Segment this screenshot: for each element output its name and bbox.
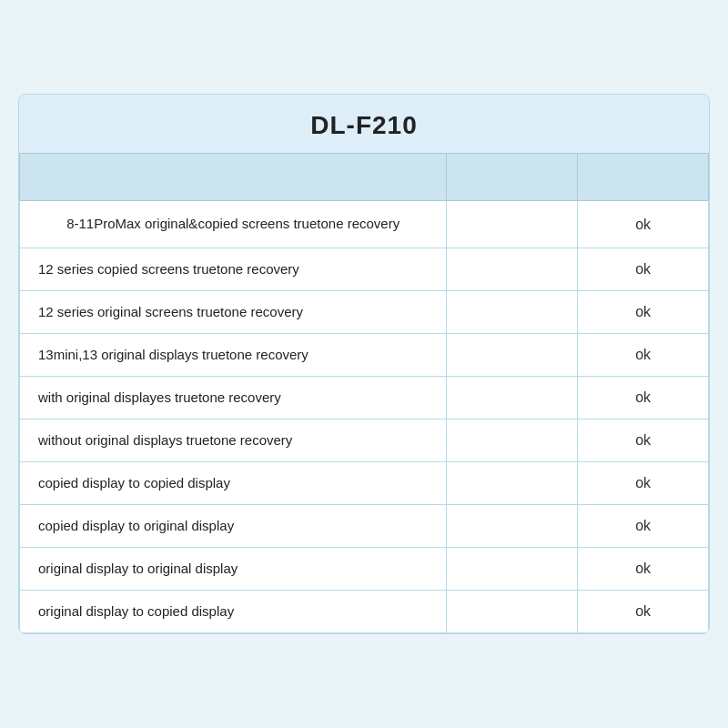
- ok-cell: ok: [578, 248, 709, 290]
- col2-cell: [447, 419, 578, 461]
- table-row: original display to copied displayok: [20, 590, 709, 632]
- ok-cell: ok: [578, 376, 709, 419]
- features-table: 8-11ProMax original&copied screens truet…: [19, 153, 709, 633]
- col2-cell: [447, 504, 578, 547]
- table-header-row: [20, 154, 709, 201]
- col2-cell: [447, 376, 578, 419]
- col2-header: [447, 154, 578, 201]
- ok-label: ok: [635, 475, 651, 490]
- feature-cell: original display to copied display: [20, 590, 447, 632]
- ok-label: ok: [635, 561, 651, 576]
- col-feature-header: [20, 154, 447, 201]
- title-row: DL-F210: [19, 95, 709, 153]
- col3-header: [578, 154, 709, 201]
- ok-cell: ok: [578, 461, 709, 504]
- ok-label: ok: [635, 347, 651, 362]
- page-title: DL-F210: [310, 111, 417, 139]
- feature-cell: copied display to copied display: [20, 461, 447, 504]
- table-row: without original displays truetone recov…: [20, 419, 709, 461]
- table-row: with original displayes truetone recover…: [20, 376, 709, 419]
- col2-cell: [447, 290, 578, 333]
- col2-cell: [447, 333, 578, 376]
- table-row: 12 series original screens truetone reco…: [20, 290, 709, 333]
- feature-cell: 12 series copied screens truetone recove…: [20, 248, 447, 290]
- col2-cell: [447, 547, 578, 590]
- col2-cell: [447, 248, 578, 290]
- table-row: 13mini,13 original displays truetone rec…: [20, 333, 709, 376]
- ok-cell: ok: [578, 590, 709, 632]
- ok-cell: ok: [578, 290, 709, 333]
- ok-cell: ok: [578, 419, 709, 461]
- feature-cell: 12 series original screens truetone reco…: [20, 290, 447, 333]
- col2-cell: [447, 590, 578, 632]
- ok-cell: ok: [578, 333, 709, 376]
- table-row: 12 series copied screens truetone recove…: [20, 248, 709, 290]
- ok-label: ok: [635, 518, 651, 533]
- main-container: DL-F210 8-11ProMax original&copied scree…: [18, 94, 710, 634]
- ok-label: ok: [635, 304, 651, 319]
- ok-label: ok: [635, 217, 651, 232]
- ok-cell: ok: [578, 201, 709, 248]
- feature-cell: copied display to original display: [20, 504, 447, 547]
- feature-cell: with original displayes truetone recover…: [20, 376, 447, 419]
- col2-cell: [447, 201, 578, 248]
- ok-label: ok: [635, 389, 651, 405]
- feature-cell: without original displays truetone recov…: [20, 419, 447, 461]
- ok-label: ok: [635, 261, 651, 277]
- table-row: original display to original displayok: [20, 547, 709, 590]
- table-row: 8-11ProMax original&copied screens truet…: [20, 201, 709, 248]
- feature-cell: original display to original display: [20, 547, 447, 590]
- ok-label: ok: [635, 432, 651, 448]
- table-row: copied display to copied displayok: [20, 461, 709, 504]
- feature-cell: 8-11ProMax original&copied screens truet…: [20, 201, 447, 248]
- ok-cell: ok: [578, 504, 709, 547]
- feature-cell: 13mini,13 original displays truetone rec…: [20, 333, 447, 376]
- table-row: copied display to original displayok: [20, 504, 709, 547]
- ok-label: ok: [635, 603, 651, 619]
- ok-cell: ok: [578, 547, 709, 590]
- col2-cell: [447, 461, 578, 504]
